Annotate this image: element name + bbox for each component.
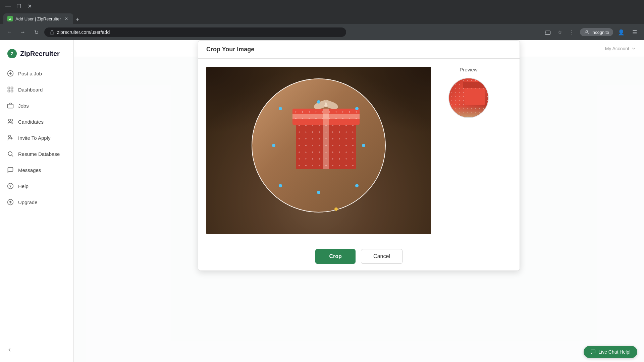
chat-icon xyxy=(590,349,596,355)
invite-to-apply-icon xyxy=(7,134,14,141)
browser-menu-button[interactable]: ⋮ xyxy=(567,27,577,38)
modal-header: Crop Your Image xyxy=(198,41,520,59)
modal-footer: Crop Cancel xyxy=(198,242,520,270)
modal-body: Preview xyxy=(198,59,520,242)
browser-chrome: — ☐ ✕ Z Add User | ZipRecruiter ✕ + ← → … xyxy=(0,0,644,40)
sidebar-item-resume-database[interactable]: Resume Database xyxy=(0,146,73,162)
preview-panel: Preview xyxy=(442,67,495,234)
cancel-button[interactable]: Cancel xyxy=(361,249,402,264)
extensions-button[interactable]: ☰ xyxy=(629,27,640,38)
svg-text:Z: Z xyxy=(11,52,13,56)
svg-point-14 xyxy=(8,183,13,189)
window-controls: — ☐ ✕ xyxy=(3,1,34,11)
svg-point-2 xyxy=(586,31,588,32)
crop-handle-bottom-right[interactable] xyxy=(355,184,359,187)
dashboard-icon xyxy=(7,86,14,93)
svg-rect-6 xyxy=(8,87,10,89)
close-button[interactable]: ✕ xyxy=(25,1,34,11)
crop-handle-top-left[interactable] xyxy=(279,107,282,110)
preview-gift-lid xyxy=(463,82,486,88)
sidebar-item-label: Candidates xyxy=(18,119,44,125)
crop-handle-bottom-left[interactable] xyxy=(279,184,282,187)
svg-point-15 xyxy=(10,187,11,188)
messages-icon xyxy=(7,166,14,174)
incognito-icon xyxy=(584,29,589,35)
bottom-bar: Live Chat Help! xyxy=(577,342,644,362)
sidebar-item-messages[interactable]: Messages xyxy=(0,162,73,178)
crop-handle-top-right[interactable] xyxy=(355,107,359,110)
modal-title: Crop Your Image xyxy=(206,46,254,53)
modal-overlay: Crop Your Image xyxy=(74,40,644,362)
ziprecruiter-logo-icon: Z xyxy=(7,48,17,59)
crop-handle-bottom-center[interactable] xyxy=(317,191,320,194)
preview-hands-hint xyxy=(449,106,488,117)
sidebar-item-candidates[interactable]: Candidates xyxy=(0,114,73,129)
live-chat-button[interactable]: Live Chat Help! xyxy=(584,346,637,358)
sidebar-item-upgrade[interactable]: Upgrade xyxy=(0,194,73,210)
svg-rect-1 xyxy=(545,31,550,35)
url-bar[interactable]: ziprecruiter.com/user/add xyxy=(44,27,346,37)
logo-text: ZipRecruiter xyxy=(20,50,60,58)
forward-button[interactable]: → xyxy=(17,27,28,38)
incognito-label: Incognito xyxy=(591,30,609,35)
sidebar-item-jobs[interactable]: Jobs xyxy=(0,98,73,113)
incognito-badge: Incognito xyxy=(580,28,613,36)
bookmark-star-button[interactable]: ☆ xyxy=(554,27,565,38)
cast-icon[interactable] xyxy=(542,27,553,38)
sidebar: Z ZipRecruiter Post a Job Dashboard xyxy=(0,40,74,362)
crop-area[interactable] xyxy=(206,67,431,234)
svg-point-11 xyxy=(8,119,11,122)
sidebar-item-post-job[interactable]: Post a Job xyxy=(0,66,73,81)
crop-handle-top-center[interactable] xyxy=(317,100,320,104)
sidebar-logo: Z ZipRecruiter xyxy=(0,46,73,66)
sidebar-navigation: Post a Job Dashboard Jobs xyxy=(0,66,73,210)
post-job-icon xyxy=(7,70,14,77)
back-button[interactable]: ← xyxy=(4,27,15,38)
jobs-icon xyxy=(7,102,14,109)
candidates-icon xyxy=(7,118,14,125)
tab-favicon: Z xyxy=(7,16,13,21)
tab-title: Add User | ZipRecruiter xyxy=(15,16,61,21)
svg-point-13 xyxy=(8,152,12,156)
maximize-button[interactable]: ☐ xyxy=(14,1,23,11)
sidebar-item-dashboard[interactable]: Dashboard xyxy=(0,82,73,97)
live-chat-label: Live Chat Help! xyxy=(598,349,631,355)
preview-gift-body xyxy=(465,88,485,105)
tab-close-button[interactable]: ✕ xyxy=(64,16,69,21)
reload-button[interactable]: ↻ xyxy=(31,27,42,38)
crop-image-modal: Crop Your Image xyxy=(198,40,520,271)
crop-button[interactable]: Crop xyxy=(315,249,356,264)
page-layout: Z ZipRecruiter Post a Job Dashboard xyxy=(0,40,644,362)
collapse-icon xyxy=(7,347,12,353)
browser-titlebar: — ☐ ✕ xyxy=(0,0,644,12)
preview-gift xyxy=(463,82,486,105)
sidebar-item-label: Dashboard xyxy=(18,87,43,93)
sidebar-item-label: Post a Job xyxy=(18,71,42,76)
sidebar-item-help[interactable]: Help xyxy=(0,178,73,194)
crop-handle-middle-right[interactable] xyxy=(362,144,365,147)
sidebar-item-label: Messages xyxy=(18,167,41,173)
svg-rect-7 xyxy=(11,87,13,89)
svg-rect-0 xyxy=(50,32,54,34)
crop-handle-middle-left[interactable] xyxy=(272,144,275,147)
sidebar-item-label: Invite To Apply xyxy=(18,135,50,141)
svg-point-12 xyxy=(8,135,11,138)
tab-bar: Z Add User | ZipRecruiter ✕ + xyxy=(0,12,644,24)
sidebar-item-label: Upgrade xyxy=(18,199,38,205)
new-tab-button[interactable]: + xyxy=(73,15,83,24)
svg-rect-8 xyxy=(8,90,10,92)
sidebar-item-label: Jobs xyxy=(18,103,29,109)
upgrade-icon xyxy=(7,198,14,206)
url-text: ziprecruiter.com/user/add xyxy=(57,29,110,35)
svg-rect-10 xyxy=(8,104,13,108)
minimize-button[interactable]: — xyxy=(3,1,13,11)
sidebar-item-invite-to-apply[interactable]: Invite To Apply xyxy=(0,130,73,145)
preview-inner xyxy=(449,78,488,117)
active-tab[interactable]: Z Add User | ZipRecruiter ✕ xyxy=(3,13,73,24)
extra-handle[interactable] xyxy=(334,207,338,211)
main-content: My Account Crop Your Image xyxy=(74,40,644,362)
sidebar-collapse-button[interactable] xyxy=(0,343,73,357)
profile-button[interactable]: 👤 xyxy=(616,27,627,38)
preview-circle xyxy=(448,78,489,118)
sidebar-item-label: Resume Database xyxy=(18,151,60,157)
